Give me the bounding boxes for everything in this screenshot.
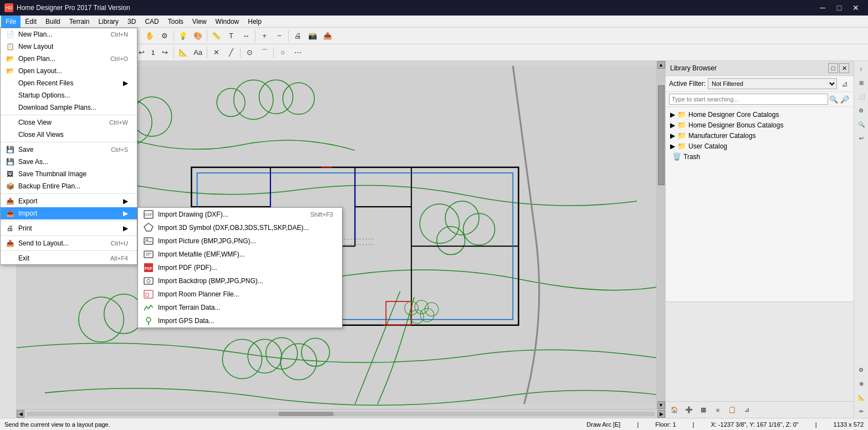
right-btn-4[interactable]: ⚙ — [855, 104, 868, 117]
menu-exit[interactable]: Exit Alt+F4 — [1, 252, 137, 264]
toolbar-zoom-in[interactable]: + — [257, 29, 272, 43]
lib-btn-detail[interactable]: 📋 — [726, 403, 739, 417]
minimize-button[interactable]: ─ — [815, 0, 830, 16]
right-btn-9[interactable]: 📐 — [855, 391, 868, 404]
import-metafile[interactable]: Import Metafile (EMF,WMF)... — [138, 248, 342, 261]
import-pdf[interactable]: PDF Import PDF (PDF)... — [138, 261, 342, 274]
menu-send-layout[interactable]: 📤 Send to Layout... Ctrl+U — [1, 237, 137, 249]
right-btn-7[interactable]: ⚙ — [855, 363, 868, 376]
menu-save[interactable]: 💾 Save Ctrl+S — [1, 144, 137, 156]
lib-btn-home[interactable]: 🏠 — [668, 403, 681, 417]
menu-open-recent[interactable]: Open Recent Files ▶ — [1, 77, 137, 89]
import-dxf[interactable]: DXF Import Drawing (DXF)... Shift+F3 — [138, 208, 342, 221]
menu-view[interactable]: View — [188, 16, 211, 28]
lib-btn-filter[interactable]: ⊿ — [740, 403, 753, 417]
tree-item-bonus-catalogs[interactable]: ▶ 📁 Home Designer Bonus Catalogs — [666, 120, 854, 130]
menu-save-as[interactable]: 💾 Save As... — [1, 156, 137, 168]
library-close-button[interactable]: ✕ — [839, 63, 849, 73]
right-btn-10[interactable]: ✏ — [855, 405, 868, 418]
toolbar2-zoom[interactable]: ⊙ — [242, 45, 257, 60]
close-button[interactable]: ✕ — [848, 0, 864, 16]
toolbar-move[interactable]: ✋ — [142, 29, 157, 43]
hscroll-left[interactable]: ◀ — [17, 410, 24, 418]
vscroll-thumb[interactable] — [658, 85, 665, 185]
toolbar-walkaround[interactable]: ⚙ — [157, 29, 172, 43]
menu-new-layout[interactable]: 📋 New Layout — [1, 40, 137, 53]
menu-backup[interactable]: 📦 Backup Entire Plan... — [1, 180, 137, 192]
toolbar-text[interactable]: T — [224, 29, 238, 43]
hscroll-thumb[interactable] — [278, 412, 334, 416]
library-filter-select[interactable]: Not Filtered — [708, 78, 837, 89]
vscroll-up[interactable]: ▲ — [657, 61, 665, 69]
vertical-scrollbar[interactable]: ▲ ▼ — [656, 61, 665, 409]
toolbar-measure[interactable]: 📏 — [209, 29, 223, 43]
toolbar2-dimension2[interactable]: 📐 — [176, 45, 190, 60]
tree-item-trash[interactable]: 🗑️ Trash — [666, 151, 854, 162]
menu-print[interactable]: 🖨 Print ▶ — [1, 222, 137, 234]
right-btn-5[interactable]: 🔍 — [855, 117, 868, 131]
toolbar-export[interactable]: 📤 — [320, 29, 335, 43]
tree-item-core-catalogs[interactable]: ▶ 📁 Home Designer Core Catalogs — [666, 109, 854, 120]
right-btn-1[interactable]: ↕ — [855, 62, 868, 75]
lib-btn-grid[interactable]: ▦ — [697, 403, 710, 417]
right-btn-8[interactable]: ⊕ — [855, 377, 868, 390]
toolbar-camera2[interactable]: 📸 — [305, 29, 320, 43]
menu-help[interactable]: Help — [243, 16, 266, 28]
lib-btn-list[interactable]: ≡ — [711, 403, 724, 417]
right-btn-6[interactable]: ↩ — [855, 131, 868, 145]
menu-3d[interactable]: 3D — [123, 16, 140, 28]
tree-item-manufacturer[interactable]: ▶ 📁 Manufacturer Catalogs — [666, 130, 854, 141]
menu-build[interactable]: Build — [41, 16, 65, 28]
toolbar2-text2[interactable]: Aa — [191, 45, 205, 60]
menu-close-view[interactable]: Close View Ctrl+W — [1, 116, 137, 129]
menu-tools[interactable]: Tools — [164, 16, 188, 28]
menu-terrain[interactable]: Terrain — [65, 16, 94, 28]
library-filter-icon[interactable]: ⊿ — [839, 78, 850, 89]
menu-import[interactable]: 📥 Import ▶ — [1, 207, 137, 219]
menu-export[interactable]: 📤 Export ▶ — [1, 195, 137, 207]
tree-label-core: Home Designer Core Catalogs — [688, 111, 779, 119]
tree-item-user-catalog[interactable]: ▶ 📁 User Catalog — [666, 141, 854, 151]
library-search-button[interactable]: 🔍 — [828, 94, 839, 105]
toolbar-dimension[interactable]: ↔ — [239, 29, 253, 43]
import-terrain[interactable]: Import Terrain Data... — [138, 301, 342, 314]
toolbar2-line[interactable]: ╱ — [224, 45, 238, 60]
toolbar2-cross[interactable]: ✕ — [209, 45, 223, 60]
import-dxf-label: Import Drawing (DXF)... — [158, 211, 228, 218]
right-btn-2[interactable]: ⊞ — [855, 76, 868, 89]
lib-btn-add[interactable]: ➕ — [682, 403, 696, 417]
menu-library[interactable]: Library — [94, 16, 123, 28]
folder-icon-user: 📁 — [677, 142, 686, 150]
menu-file[interactable]: File — [1, 16, 21, 28]
import-backdrop[interactable]: Import Backdrop (BMP,JPG,PNG)... — [138, 274, 342, 288]
import-room-planner[interactable]: Import Room Planner File... — [138, 288, 342, 301]
menu-window[interactable]: Window — [211, 16, 244, 28]
toolbar2-arc[interactable]: ⌒ — [257, 45, 272, 60]
vscroll-down[interactable]: ▼ — [657, 401, 665, 409]
import-3d-symbol[interactable]: Import 3D Symbol (DXF,OBJ,3DS,STL,SKP,DA… — [138, 221, 342, 234]
menu-open-plan[interactable]: 📂 Open Plan... Ctrl+O — [1, 53, 137, 65]
menu-download[interactable]: Download Sample Plans... — [1, 101, 137, 114]
library-search-options[interactable]: 🔎 — [839, 94, 850, 105]
toolbar-zoom-out[interactable]: − — [272, 29, 287, 43]
toolbar-light[interactable]: 💡 — [176, 29, 190, 43]
maximize-button[interactable]: □ — [831, 0, 847, 16]
library-search-input[interactable] — [669, 94, 828, 105]
menu-edit[interactable]: Edit — [21, 16, 41, 28]
library-restore-button[interactable]: □ — [828, 63, 838, 73]
menu-close-all[interactable]: Close All Views — [1, 129, 137, 141]
import-picture[interactable]: Import Picture (BMP,JPG,PNG)... — [138, 234, 342, 248]
hscroll-right[interactable]: ▶ — [657, 410, 665, 418]
import-gps[interactable]: Import GPS Data... — [138, 314, 342, 327]
toolbar2-circle[interactable]: ○ — [275, 45, 290, 60]
menu-open-layout[interactable]: 📂 Open Layout... — [1, 65, 137, 77]
toolbar2-more[interactable]: ⋯ — [290, 45, 305, 60]
right-btn-3[interactable]: ⬜ — [855, 90, 868, 103]
toolbar-render[interactable]: 🎨 — [191, 29, 205, 43]
menu-save-thumbnail[interactable]: 🖼 Save Thumbnail Image — [1, 168, 137, 180]
menu-cad[interactable]: CAD — [140, 16, 163, 28]
menu-startup[interactable]: Startup Options... — [1, 89, 137, 101]
toolbar-print[interactable]: 🖨 — [290, 29, 305, 43]
toolbar2-c2[interactable]: ↪ — [157, 45, 172, 60]
menu-new-plan[interactable]: 📄 New Plan... Ctrl+N — [1, 28, 137, 40]
